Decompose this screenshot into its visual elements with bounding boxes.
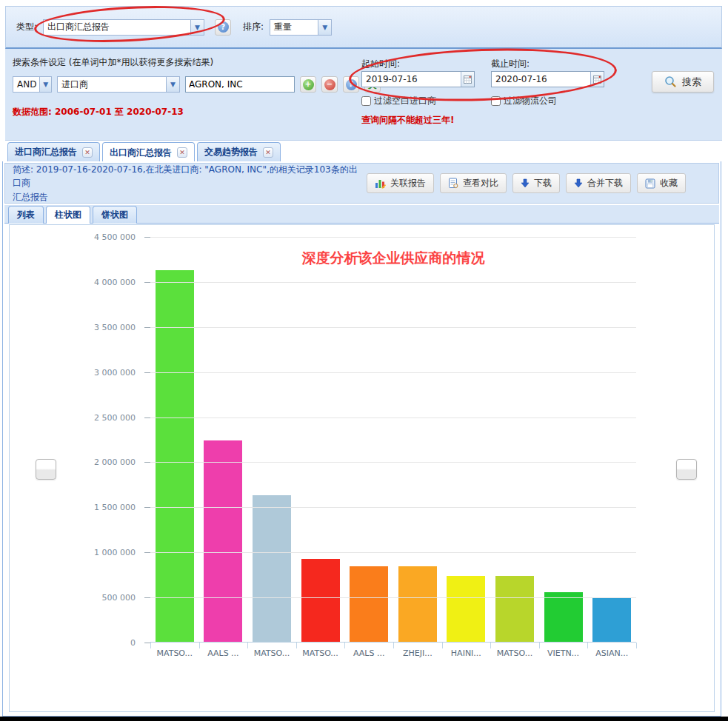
close-icon[interactable]: ✕: [82, 147, 93, 158]
filter-blank-importer-label: 过滤空白进口商: [374, 95, 436, 107]
search-field-select[interactable]: 进口商 ▼: [57, 76, 180, 93]
bar-0[interactable]: [156, 270, 194, 642]
related-report-button[interactable]: 关联报告: [367, 173, 434, 193]
y-axis-tick: [144, 552, 150, 553]
report-type-select[interactable]: 出口商汇总报告 ▼: [43, 19, 204, 36]
bar-6[interactable]: [447, 576, 485, 642]
add-condition-button[interactable]: +: [300, 76, 316, 93]
summary-bar: 简述: 2019-07-16-2020-07-16,在北美进口商: "AGRON…: [4, 163, 719, 204]
x-axis-category-label: HAINI...: [442, 648, 491, 658]
tab-trade-trend[interactable]: 交易趋势报告 ✕: [197, 142, 281, 161]
start-date-label: 起始时间:: [361, 58, 400, 70]
query-interval-warning: 查询间隔不能超过三年!: [361, 114, 454, 127]
scroll-left-button[interactable]: [36, 459, 56, 480]
x-axis-separator-tick: [636, 643, 637, 648]
x-axis-separator-tick: [344, 643, 345, 648]
y-axis-tick: [144, 417, 150, 418]
view-subtabs: 列表 柱状图 饼状图: [4, 205, 719, 224]
bar-8[interactable]: [544, 592, 583, 642]
bar-chart-icon: [375, 178, 386, 189]
x-axis-category-label: MATSO...: [150, 648, 199, 658]
filter-logistics-checkbox[interactable]: [491, 96, 501, 106]
bar-slot: [296, 559, 345, 642]
view-compare-button[interactable]: 查看对比: [440, 173, 507, 193]
sort-select[interactable]: 重量 ▼: [270, 19, 332, 36]
x-axis-category-label: AALS ...: [199, 648, 248, 658]
button-label: 关联报告: [390, 177, 426, 190]
remove-condition-button[interactable]: −: [321, 76, 338, 93]
favorite-button[interactable]: 收藏: [637, 173, 686, 193]
y-axis-labels: 0500 0001 000 0001 500 0002 000 0002 500…: [10, 225, 144, 711]
chevron-down-icon[interactable]: ▼: [39, 77, 51, 92]
search-button[interactable]: 搜索: [652, 71, 714, 93]
summary-line1: 简述: 2019-07-16-2020-07-16,在北美进口商: "AGRON…: [13, 164, 358, 189]
help-icon: ?: [218, 21, 229, 33]
y-axis-tick-label: 1 000 000: [94, 548, 136, 557]
calendar-icon[interactable]: [590, 72, 604, 87]
bar-5[interactable]: [398, 566, 437, 642]
compare-document-icon: [448, 178, 458, 189]
chevron-down-icon[interactable]: ▼: [318, 20, 331, 35]
y-axis-tick: [144, 462, 150, 463]
gridline: [150, 417, 636, 418]
download-button[interactable]: 下载: [512, 173, 560, 193]
plus-icon: +: [303, 79, 314, 90]
x-axis-separator-tick: [247, 643, 248, 648]
start-date-input[interactable]: 2019-07-16: [361, 71, 475, 87]
bar-9[interactable]: [592, 597, 631, 642]
tab-label: 进口商汇总报告: [15, 146, 77, 158]
bar-2[interactable]: [253, 495, 291, 642]
scroll-right-button[interactable]: [676, 459, 697, 480]
sort-label: 排序:: [243, 21, 264, 33]
x-axis-separator-tick: [150, 643, 151, 648]
x-axis-separator-tick: [199, 643, 200, 648]
y-axis-tick: [144, 643, 150, 643]
subtab-pie-chart[interactable]: 饼状图: [93, 206, 137, 224]
chevron-down-icon[interactable]: ▼: [166, 77, 179, 92]
x-axis-category-label: ASIAN...: [587, 648, 636, 658]
end-date-input[interactable]: 2020-07-16: [491, 71, 604, 87]
merge-download-button[interactable]: 合并下载: [566, 173, 631, 193]
calendar-icon[interactable]: [461, 72, 474, 87]
bar-chart-panel: 深度分析该企业供应商的情况 0500 0001 000 0001 500 000…: [9, 224, 715, 712]
end-date-value: 2020-07-16: [495, 74, 547, 84]
boolean-operator-select[interactable]: AND ▼: [13, 76, 52, 93]
bar-slot: [490, 576, 539, 642]
gridline: [150, 462, 636, 463]
condition-help-button[interactable]: ?: [343, 76, 359, 93]
bar-slot: [587, 597, 636, 642]
gridline: [150, 507, 636, 508]
bar-1[interactable]: [204, 440, 242, 642]
gridline: [150, 327, 636, 328]
y-axis-tick-label: 1 500 000: [94, 503, 136, 512]
close-icon[interactable]: ✕: [263, 147, 273, 158]
subtab-label: 柱状图: [55, 209, 81, 221]
summary-line2: 汇总报告: [13, 192, 48, 202]
chevron-down-icon[interactable]: ▼: [190, 20, 204, 35]
bar-3[interactable]: [301, 559, 340, 642]
gridline: [150, 552, 636, 553]
type-panel: 类型: 出口商汇总报告 ▼ ? 排序: 重量 ▼: [5, 6, 722, 49]
subtab-bar-chart[interactable]: 柱状图: [46, 206, 90, 224]
keyword-input[interactable]: [185, 76, 295, 93]
bar-7[interactable]: [495, 576, 534, 642]
type-help-button[interactable]: ?: [215, 19, 231, 36]
close-icon[interactable]: ✕: [177, 147, 187, 158]
bar-4[interactable]: [350, 566, 388, 642]
tab-importer-summary[interactable]: 进口商汇总报告 ✕: [7, 142, 100, 161]
x-axis-separator-tick: [587, 643, 588, 648]
button-label: 合并下载: [587, 177, 623, 190]
y-axis-tick-label: 500 000: [102, 593, 136, 603]
filter-blank-importer-checkbox[interactable]: [361, 96, 371, 106]
x-axis-category-label: VIETN...: [539, 648, 588, 658]
x-axis-category-label: MATSO...: [247, 648, 296, 658]
bar-slot: [344, 566, 393, 642]
x-axis-separator-tick: [442, 643, 443, 648]
y-axis-tick-label: 3 500 000: [94, 322, 136, 332]
x-axis-labels: MATSO...AALS ...MATSO...MATSO...AALS ...…: [150, 648, 636, 658]
x-axis-separator-tick: [490, 643, 491, 648]
type-label: 类型:: [16, 21, 37, 33]
subtab-list[interactable]: 列表: [8, 206, 44, 224]
search-field-value: 进口商: [61, 78, 88, 91]
y-axis-tick-label: 4 500 000: [94, 232, 136, 242]
